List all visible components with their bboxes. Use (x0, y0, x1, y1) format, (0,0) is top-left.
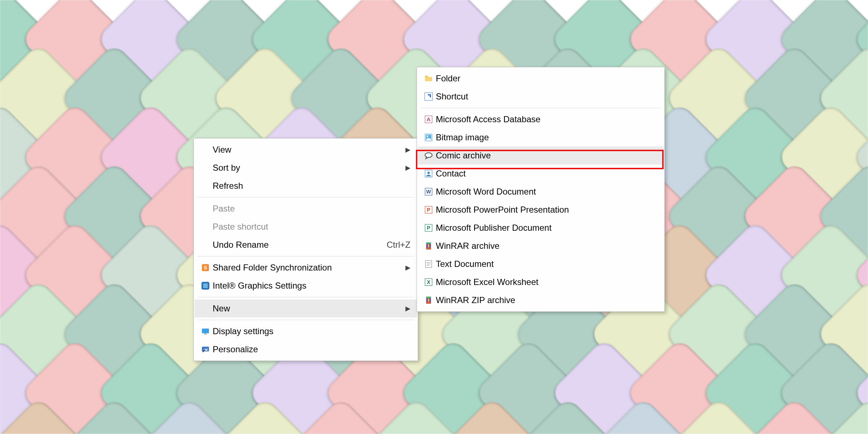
menu-item-label: Paste shortcut (213, 222, 410, 232)
submenu-arrow-icon: ▶ (405, 264, 410, 272)
svg-rect-4 (202, 328, 209, 333)
menu-separator (197, 256, 414, 256)
sync-icon: S (198, 263, 213, 272)
secondary_menu-item-microsoft-powerpoint-presentation[interactable]: PMicrosoft PowerPoint Presentation (418, 201, 664, 219)
svg-point-15 (427, 172, 430, 174)
txt-icon (421, 259, 436, 269)
svg-text:W: W (426, 189, 431, 195)
menu-item-label: Microsoft PowerPoint Presentation (436, 205, 657, 215)
svg-text:A: A (427, 116, 431, 122)
menu-item-shortcut: Ctrl+Z (387, 240, 410, 250)
excel-icon: X (421, 277, 436, 287)
menu-item-label: Paste (213, 204, 410, 214)
bmp-icon (421, 133, 436, 142)
secondary_menu-item-winrar-archive[interactable]: WinRAR archive (418, 237, 664, 255)
primary_menu-item-intel-graphics-settings[interactable]: Intel® Graphics Settings (195, 277, 417, 295)
menu-item-label: Undo Rename (213, 240, 372, 250)
submenu-arrow-icon: ▶ (405, 164, 410, 172)
menu-item-label: New (213, 303, 395, 314)
menu-separator (197, 297, 414, 297)
menu-separator (421, 108, 661, 108)
shortcut-icon (421, 92, 436, 101)
secondary_menu-item-microsoft-excel-worksheet[interactable]: XMicrosoft Excel Worksheet (418, 273, 664, 291)
menu-item-label: Microsoft Publisher Document (436, 223, 657, 233)
svg-text:X: X (427, 279, 430, 285)
menu-item-label: Folder (436, 73, 657, 84)
primary_menu-item-undo-rename[interactable]: Undo RenameCtrl+Z (195, 236, 417, 254)
menu-item-label: Microsoft Access Database (436, 114, 657, 124)
menu-item-label: View (213, 145, 395, 155)
menu-separator (197, 197, 414, 197)
menu-item-label: WinRAR archive (436, 241, 657, 251)
svg-rect-22 (428, 244, 429, 248)
secondary_menu-item-shortcut[interactable]: Shortcut (418, 88, 664, 106)
menu-item-label: Comic archive (436, 150, 657, 161)
menu-item-label: Shortcut (436, 92, 657, 102)
word-icon: W (421, 187, 436, 196)
menu-item-label: WinRAR ZIP archive (436, 295, 657, 305)
primary_menu-item-paste: Paste (195, 200, 417, 218)
menu-item-label: Refresh (213, 181, 410, 191)
secondary_menu-item-comic-archive[interactable]: Comic archive (418, 146, 664, 165)
zip-icon (421, 295, 436, 305)
access-icon: A (421, 115, 436, 124)
primary_menu-item-shared-folder-synchronization[interactable]: SShared Folder Synchronization▶ (195, 259, 417, 277)
primary_menu-item-display-settings[interactable]: Display settings (195, 322, 417, 340)
svg-rect-3 (203, 284, 208, 288)
svg-rect-7 (425, 93, 433, 101)
contact-icon (421, 169, 436, 178)
svg-rect-5 (204, 334, 207, 335)
desktop-context-menu[interactable]: View▶Sort by▶RefreshPastePaste shortcutU… (193, 138, 418, 361)
svg-text:P: P (427, 207, 430, 213)
folder-icon (421, 74, 436, 83)
menu-item-label: Sort by (213, 163, 395, 173)
comic-icon (421, 151, 436, 160)
personalize-icon (198, 345, 213, 354)
primary_menu-item-personalize[interactable]: Personalize (195, 340, 417, 358)
svg-text:S: S (204, 265, 207, 271)
menu-item-label: Bitmap image (436, 132, 657, 142)
menu-item-label: Shared Folder Synchronization (213, 263, 395, 273)
secondary_menu-item-text-document[interactable]: Text Document (418, 255, 664, 273)
secondary_menu-item-microsoft-word-document[interactable]: WMicrosoft Word Document (418, 183, 664, 201)
secondary_menu-item-winrar-zip-archive[interactable]: WinRAR ZIP archive (418, 291, 664, 309)
secondary_menu-item-folder[interactable]: Folder (418, 69, 664, 88)
menu-item-label: Contact (436, 169, 657, 179)
menu-item-label: Display settings (213, 326, 410, 336)
primary_menu-item-view[interactable]: View▶ (195, 141, 417, 159)
menu-item-label: Intel® Graphics Settings (213, 281, 410, 291)
pub-icon: P (421, 223, 436, 233)
primary_menu-item-paste-shortcut: Paste shortcut (195, 218, 417, 236)
menu-item-label: Microsoft Word Document (436, 187, 657, 197)
secondary_menu-item-microsoft-access-database[interactable]: AMicrosoft Access Database (418, 110, 664, 128)
ppt-icon: P (421, 205, 436, 214)
display-icon (198, 327, 213, 336)
menu-separator (197, 320, 414, 320)
secondary_menu-item-microsoft-publisher-document[interactable]: PMicrosoft Publisher Document (418, 219, 664, 237)
svg-rect-29 (428, 299, 429, 302)
submenu-arrow-icon: ▶ (405, 146, 410, 154)
rar-icon (421, 241, 436, 251)
svg-point-12 (427, 136, 428, 137)
submenu-arrow-icon: ▶ (405, 305, 410, 312)
menu-item-label: Text Document (436, 259, 657, 269)
primary_menu-item-sort-by[interactable]: Sort by▶ (195, 159, 417, 177)
svg-text:P: P (427, 225, 430, 231)
menu-item-label: Microsoft Excel Worksheet (436, 277, 657, 287)
menu-item-label: Personalize (213, 344, 410, 354)
intel-icon (198, 281, 213, 290)
primary_menu-item-refresh[interactable]: Refresh (195, 177, 417, 195)
secondary_menu-item-bitmap-image[interactable]: Bitmap image (418, 128, 664, 146)
svg-point-13 (425, 153, 432, 157)
primary_menu-item-new[interactable]: New▶ (195, 299, 417, 318)
secondary_menu-item-contact[interactable]: Contact (418, 165, 664, 183)
new-submenu[interactable]: FolderShortcutAMicrosoft Access Database… (417, 67, 665, 312)
